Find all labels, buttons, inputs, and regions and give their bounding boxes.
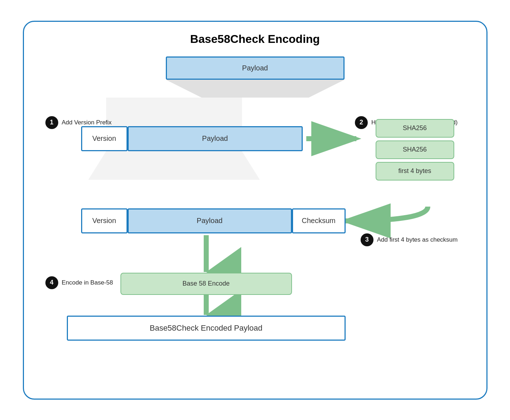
base58-encode-box: Base 58 Encode	[120, 273, 292, 295]
svg-marker-0	[166, 80, 345, 98]
step4-label: 4 Encode in Base-58	[45, 276, 113, 289]
diagram-title: Base58Check Encoding	[38, 33, 472, 46]
step3-circle: 3	[361, 233, 373, 246]
step3-label: 3 Add first 4 bytes as checksum	[361, 233, 458, 246]
payload-box-r2: Payload	[128, 208, 292, 233]
version-box-2: Version	[81, 208, 128, 233]
sha1-box: SHA256	[376, 119, 454, 138]
payload-top-box: Payload	[166, 56, 345, 80]
svg-marker-1	[106, 98, 242, 126]
sha2-box: SHA256	[376, 140, 454, 159]
step4-circle: 4	[45, 276, 58, 289]
sha-chain: SHA256 SHA256 first 4 bytes	[376, 119, 454, 181]
main-area: 1 Add Version Prefix Version Payload 2 H…	[38, 98, 472, 355]
row1: Version Payload	[81, 126, 303, 151]
checksum-box: Checksum	[292, 208, 346, 233]
step2-circle: 2	[355, 116, 368, 129]
final-payload-box: Base58Check Encoded Payload	[67, 316, 346, 341]
version-box-1: Version	[81, 126, 128, 151]
diagram-container: Base58Check Encoding Payload	[23, 21, 487, 400]
step1-circle: 1	[45, 116, 58, 129]
svg-marker-2	[88, 151, 260, 180]
first4-box: first 4 bytes	[376, 162, 454, 181]
row2: Version Payload Checksum	[81, 208, 346, 233]
payload-box-r1: Payload	[128, 126, 303, 151]
